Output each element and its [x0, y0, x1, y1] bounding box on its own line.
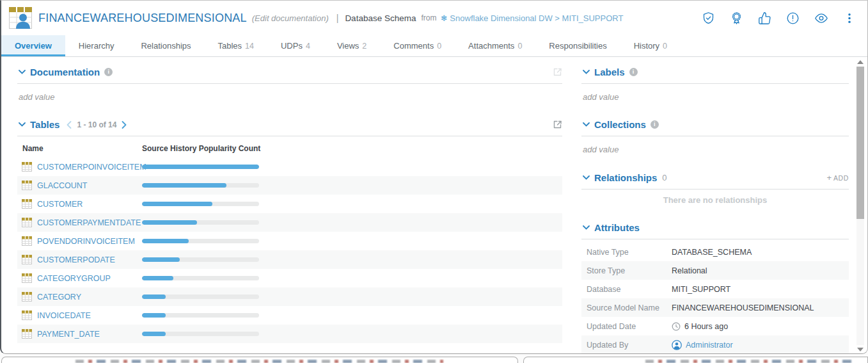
table-name-link[interactable]: GLACCOUNT — [37, 181, 87, 190]
table-name-link[interactable]: CATEGORYGROUP — [37, 274, 111, 283]
table-row[interactable]: INVOICEDATE — [17, 306, 562, 325]
object-type-label: Database Schema — [345, 13, 416, 23]
scroll-up-arrow[interactable] — [857, 60, 864, 64]
tab[interactable]: Overview — [1, 35, 65, 56]
attribute-value: 6 Hours ago — [672, 322, 728, 331]
collections-placeholder[interactable]: add value — [583, 145, 849, 154]
popularity-bar — [142, 257, 259, 262]
add-relationship-button[interactable]: + ADD — [826, 173, 849, 182]
popularity-bar — [142, 202, 259, 206]
relationships-count: 0 — [662, 173, 667, 182]
tables-section: Tables 1 - 10 of 14 — [17, 119, 562, 343]
chevron-down-icon[interactable] — [583, 70, 590, 74]
table-name-link[interactable]: CUSTOMER — [37, 200, 83, 209]
tab[interactable]: Comments 0 — [380, 35, 455, 56]
popularity-bar-fill — [142, 183, 226, 188]
attribute-label: Store Type — [587, 266, 672, 275]
table-name-link[interactable]: CUSTOMERPOINVOICEITEM — [37, 163, 146, 172]
table-icon — [22, 273, 32, 283]
tab-bar: Overview Hierarchy Relationships Tables … — [1, 35, 867, 57]
table-name-link[interactable]: INVOICEDATE — [37, 311, 91, 320]
tab[interactable]: Attachments 0 — [455, 35, 535, 56]
attribute-value-text: DATABASE_SCHEMA — [672, 248, 752, 257]
popularity-bar-fill — [142, 276, 173, 280]
documentation-section: Documentation add value — [17, 67, 562, 102]
attribute-value: Administrator — [672, 340, 733, 350]
app-window: FINANCEWAREHOUSEDIMENSIONAL (Edit docume… — [0, 0, 868, 354]
pagination-range: 1 - 10 of 14 — [77, 120, 116, 129]
table-name-link[interactable]: PAYMENT_DATE — [37, 330, 100, 339]
expand-tables-icon[interactable] — [553, 120, 562, 129]
table-name-link[interactable]: POVENDORINVOICEITEM — [37, 237, 135, 246]
from-label: from — [421, 13, 436, 22]
shield-check-icon[interactable] — [702, 12, 715, 25]
table-name-link[interactable]: CUSTOMERPODATE — [37, 255, 115, 264]
popularity-bar-fill — [142, 220, 197, 225]
tables-column-headers: Name Source History Popularity Count — [17, 144, 562, 153]
table-row[interactable]: CATEGORYGROUP — [17, 269, 562, 287]
popularity-bar-fill — [142, 202, 212, 206]
thumbs-up-icon[interactable] — [758, 12, 771, 25]
table-row[interactable]: CUSTOMERPOINVOICEITEM — [17, 157, 562, 176]
table-row[interactable]: CUSTOMERPAYMENTDATE — [17, 213, 562, 232]
table-row[interactable]: PAYMENT_DATE — [17, 325, 562, 343]
popularity-bar — [142, 313, 259, 318]
watch-eye-icon[interactable] — [814, 12, 828, 25]
chevron-down-icon[interactable] — [19, 70, 26, 74]
attribute-row: Updated Date 6 Hours ago — [581, 317, 849, 335]
labels-placeholder[interactable]: add value — [583, 92, 849, 102]
chevron-down-icon[interactable] — [583, 225, 590, 230]
attribute-row: Database MITI_SUPPORT — [581, 280, 849, 298]
expand-documentation-icon[interactable] — [553, 67, 562, 77]
attribute-value: Relational — [672, 266, 707, 275]
table-icon — [22, 311, 32, 320]
relationships-section: Relationships 0 + ADD There are no relat… — [581, 172, 849, 205]
attribute-value-text: Administrator — [686, 341, 733, 350]
table-row[interactable]: CATEGORY — [17, 287, 562, 306]
table-row[interactable]: CUSTOMERPODATE — [17, 250, 562, 269]
edit-documentation-link[interactable]: (Edit documentation) — [252, 13, 329, 23]
tab[interactable]: Hierarchy — [65, 35, 128, 56]
table-name-link[interactable]: CATEGORY — [37, 293, 81, 302]
chevron-down-icon[interactable] — [19, 122, 26, 127]
tab-label: Attachments — [468, 41, 514, 51]
attribute-label: Updated Date — [587, 322, 672, 331]
table-row[interactable]: GLACCOUNT — [17, 176, 562, 195]
more-options-icon[interactable] — [843, 12, 856, 25]
scrollbar-thumb[interactable] — [856, 67, 864, 219]
table-icon — [22, 329, 32, 339]
documentation-placeholder[interactable]: add value — [19, 92, 562, 102]
popularity-bar-fill — [142, 294, 166, 299]
tab[interactable]: History 0 — [620, 35, 681, 56]
header-divider: | — [336, 13, 339, 23]
attribute-label: Source Model Name — [587, 303, 672, 312]
chevron-down-icon[interactable] — [583, 122, 590, 127]
chevron-down-icon[interactable] — [583, 175, 590, 180]
attributes-list: Native Type DATABASE_SCHEMA Store Type — [581, 243, 849, 354]
table-row[interactable]: POVENDORINVOICEITEM — [17, 232, 562, 250]
relationships-title: Relationships — [594, 172, 657, 183]
background-window — [1, 357, 518, 363]
attribute-label: Database — [587, 285, 672, 294]
attribute-label: Native Type — [587, 248, 672, 257]
tab[interactable]: UDPs 4 — [267, 35, 324, 56]
tab[interactable]: Views 2 — [324, 35, 380, 56]
popularity-bar — [142, 239, 259, 243]
tab-label: Tables — [218, 41, 242, 51]
page-previous-icon[interactable] — [67, 121, 72, 129]
tab[interactable]: Relationships — [127, 35, 204, 56]
source-breadcrumb[interactable]: Snowflake Dimensional DW > MITI_SUPPORT — [450, 13, 623, 23]
scroll-down-arrow[interactable] — [857, 348, 864, 351]
page-next-icon[interactable] — [122, 121, 127, 129]
header-actions — [702, 12, 856, 25]
vertical-scrollbar[interactable] — [856, 57, 865, 354]
table-icon — [22, 181, 32, 190]
table-row[interactable]: CUSTOMER — [17, 195, 562, 213]
tables-title: Tables — [30, 119, 59, 130]
attributes-section: Attributes Native Type DATABASE_SCHEMA — [581, 222, 849, 354]
tab[interactable]: Tables 14 — [205, 35, 267, 56]
certification-icon[interactable] — [730, 12, 743, 25]
table-name-link[interactable]: CUSTOMERPAYMENTDATE — [37, 218, 141, 227]
tab[interactable]: Responsibilities — [535, 35, 620, 56]
alert-circle-icon[interactable] — [786, 12, 800, 25]
